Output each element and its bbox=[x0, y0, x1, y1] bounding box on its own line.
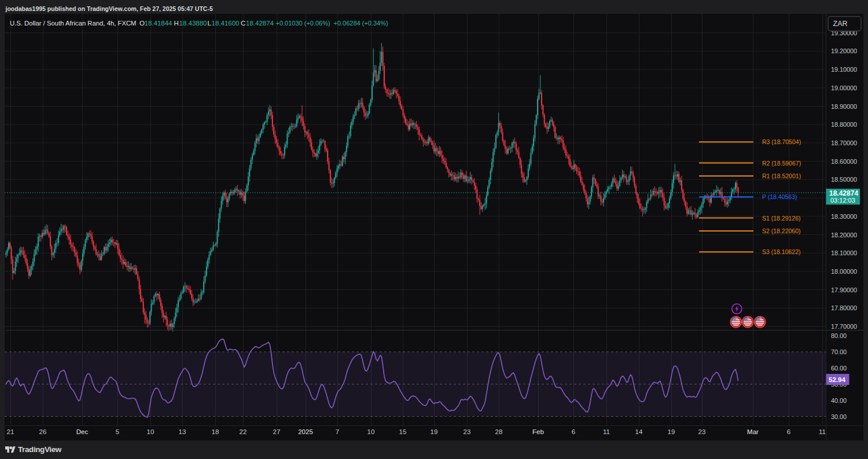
svg-text:03:12:03: 03:12:03 bbox=[830, 197, 855, 204]
svg-text:18: 18 bbox=[212, 428, 219, 435]
svg-text:18.90000: 18.90000 bbox=[831, 103, 857, 110]
svg-text:18.70000: 18.70000 bbox=[831, 139, 857, 146]
svg-text:ZAR: ZAR bbox=[833, 20, 848, 28]
svg-text:18.60000: 18.60000 bbox=[831, 158, 857, 165]
svg-text:Feb: Feb bbox=[532, 428, 544, 435]
svg-text:23: 23 bbox=[464, 428, 471, 435]
svg-text:40.00: 40.00 bbox=[831, 397, 847, 404]
svg-text:Dec: Dec bbox=[76, 428, 89, 435]
svg-text:80.00: 80.00 bbox=[831, 332, 847, 339]
svg-text:18.42874: 18.42874 bbox=[829, 189, 858, 197]
svg-text:S3 (18.10622): S3 (18.10622) bbox=[762, 248, 801, 255]
svg-text:5: 5 bbox=[116, 428, 119, 435]
svg-text:18.50000: 18.50000 bbox=[831, 176, 857, 183]
svg-text:R2 (18.59067): R2 (18.59067) bbox=[762, 160, 801, 167]
svg-text:19.10000: 19.10000 bbox=[831, 66, 857, 73]
svg-text:17.90000: 17.90000 bbox=[831, 287, 857, 293]
svg-text:2025: 2025 bbox=[298, 428, 313, 435]
svg-text:H: H bbox=[174, 20, 179, 27]
svg-text:10: 10 bbox=[367, 428, 375, 435]
svg-text:18.43880: 18.43880 bbox=[179, 20, 207, 27]
svg-text:17.70000: 17.70000 bbox=[831, 323, 857, 330]
svg-text:19.30000: 19.30000 bbox=[831, 30, 857, 36]
svg-text:18.20000: 18.20000 bbox=[831, 232, 857, 238]
svg-text:joodabas1995 published on Trad: joodabas1995 published on TradingView.co… bbox=[5, 5, 213, 12]
svg-text:17.80000: 17.80000 bbox=[831, 304, 857, 311]
svg-text:19.20000: 19.20000 bbox=[831, 47, 857, 54]
svg-text:18.41600: 18.41600 bbox=[212, 20, 240, 27]
svg-text:28: 28 bbox=[495, 428, 503, 435]
svg-text:11: 11 bbox=[819, 428, 826, 435]
svg-text:+0.01030 (+0.06%): +0.01030 (+0.06%) bbox=[276, 20, 330, 27]
svg-text:19: 19 bbox=[431, 428, 438, 435]
svg-text:26: 26 bbox=[39, 428, 47, 435]
svg-text:C: C bbox=[241, 20, 245, 27]
svg-text:+0.06284 (+0.34%): +0.06284 (+0.34%) bbox=[334, 20, 388, 27]
svg-text:21: 21 bbox=[7, 428, 14, 435]
svg-text:18.41844: 18.41844 bbox=[145, 20, 173, 27]
svg-text:27: 27 bbox=[273, 428, 281, 435]
svg-text:10: 10 bbox=[147, 428, 155, 435]
svg-text:18.30000: 18.30000 bbox=[831, 213, 857, 220]
svg-text:U.S. Dollar / South African Ra: U.S. Dollar / South African Rand, 4h, FX… bbox=[10, 20, 137, 27]
svg-text:6: 6 bbox=[572, 428, 575, 435]
svg-text:18.42874: 18.42874 bbox=[246, 20, 274, 27]
svg-text:R1 (18.52001): R1 (18.52001) bbox=[762, 172, 801, 179]
svg-text:18.00000: 18.00000 bbox=[831, 268, 857, 275]
svg-text:13: 13 bbox=[179, 428, 186, 435]
svg-text:18.80000: 18.80000 bbox=[831, 121, 857, 128]
svg-text:22: 22 bbox=[240, 428, 247, 435]
svg-text:6: 6 bbox=[787, 428, 790, 435]
svg-text:70.00: 70.00 bbox=[831, 348, 847, 355]
svg-text:Mar: Mar bbox=[747, 428, 759, 435]
svg-text:11: 11 bbox=[603, 428, 610, 435]
svg-text:TradingView: TradingView bbox=[18, 445, 62, 454]
svg-text:S2 (18.22060): S2 (18.22060) bbox=[762, 227, 801, 234]
svg-text:L: L bbox=[208, 20, 212, 27]
svg-text:7: 7 bbox=[336, 428, 339, 435]
svg-text:19: 19 bbox=[668, 428, 675, 435]
svg-text:18.10000: 18.10000 bbox=[831, 249, 857, 256]
svg-text:19.00000: 19.00000 bbox=[831, 85, 857, 91]
svg-text:S1 (18.29126): S1 (18.29126) bbox=[762, 215, 801, 222]
svg-text:60.00: 60.00 bbox=[831, 365, 847, 372]
svg-text:P (18.40563): P (18.40563) bbox=[762, 193, 797, 200]
svg-text:14: 14 bbox=[635, 428, 643, 435]
svg-text:R3 (18.70504): R3 (18.70504) bbox=[762, 138, 801, 145]
svg-text:30.00: 30.00 bbox=[831, 413, 847, 420]
svg-text:15: 15 bbox=[399, 428, 407, 435]
svg-text:23: 23 bbox=[698, 428, 706, 435]
svg-text:52.94: 52.94 bbox=[829, 376, 845, 383]
